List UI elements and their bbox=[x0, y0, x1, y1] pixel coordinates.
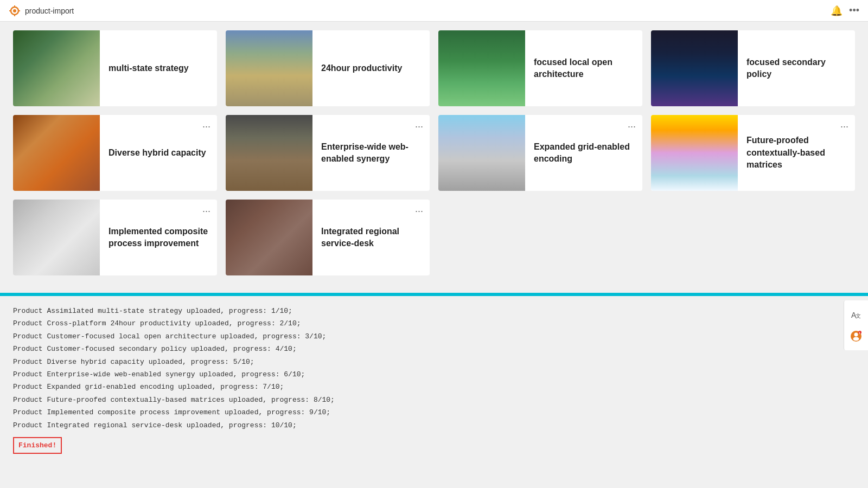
card-body: Future-proofed contextually-based matric… bbox=[738, 128, 855, 177]
svg-text:文: 文 bbox=[856, 313, 861, 319]
bell-icon[interactable]: 🔔 bbox=[831, 5, 843, 17]
card-image bbox=[226, 30, 312, 106]
main-content: multi-state strategy 24hour productivity… bbox=[0, 22, 868, 293]
more-icon[interactable]: ••• bbox=[849, 5, 859, 16]
side-panel: A 文 1 bbox=[844, 300, 868, 350]
card-title: 24hour productivity bbox=[321, 63, 402, 73]
card-body: Enterprise-wide web-enabled synergy bbox=[312, 134, 430, 172]
svg-point-10 bbox=[853, 337, 859, 341]
card-body: Diverse hybrid capacity bbox=[100, 140, 217, 165]
app-logo-icon bbox=[9, 5, 21, 17]
topbar-left: product-import bbox=[9, 5, 74, 17]
card-image bbox=[13, 115, 100, 191]
card-title: focused secondary policy bbox=[746, 57, 826, 79]
card-enterprise-wide-synergy: Enterprise-wide web-enabled synergy ··· bbox=[226, 115, 430, 191]
log-line-2: Product Cross-platform 24hour productivi… bbox=[13, 317, 855, 330]
card-title: multi-state strategy bbox=[108, 63, 189, 73]
card-24hour-productivity: 24hour productivity bbox=[226, 30, 430, 106]
card-image bbox=[13, 200, 100, 275]
card-future-proofed-matrices: Future-proofed contextually-based matric… bbox=[651, 115, 855, 191]
card-title: Expanded grid-enabled encoding bbox=[534, 142, 630, 163]
card-menu-button[interactable]: ··· bbox=[413, 204, 425, 218]
card-title: Integrated regional service-desk bbox=[321, 227, 399, 248]
card-grid-row3: Implemented composite process improvemen… bbox=[13, 200, 855, 275]
empty-cell bbox=[438, 200, 642, 275]
finished-badge: Finished! bbox=[13, 437, 62, 454]
card-menu-button[interactable]: ··· bbox=[413, 119, 425, 133]
card-implemented-composite: Implemented composite process improvemen… bbox=[13, 200, 217, 275]
card-title: Implemented composite process improvemen… bbox=[108, 227, 208, 248]
app-title: product-import bbox=[25, 7, 74, 15]
topbar-right: 🔔 ••• bbox=[831, 5, 859, 17]
card-integrated-regional-service-desk: Integrated regional service-desk ··· bbox=[226, 200, 430, 275]
card-body: focused secondary policy bbox=[738, 50, 855, 87]
log-line-6: Product Enterprise-wide web-enabled syne… bbox=[13, 368, 855, 381]
card-body: 24hour productivity bbox=[312, 56, 430, 81]
empty-cell bbox=[651, 200, 855, 275]
card-title: focused local open architecture bbox=[534, 57, 612, 79]
log-line-8: Product Future-proofed contextually-base… bbox=[13, 394, 855, 406]
avatar-icon[interactable]: 1 bbox=[846, 326, 866, 346]
card-body: focused local open architecture bbox=[525, 50, 642, 87]
log-line-9: Product Implemented composite process im… bbox=[13, 406, 855, 419]
card-menu-button[interactable]: ··· bbox=[838, 119, 851, 133]
card-body: Implemented composite process improvemen… bbox=[100, 219, 217, 256]
card-grid-row1: multi-state strategy 24hour productivity… bbox=[13, 30, 855, 106]
card-image bbox=[438, 115, 525, 191]
log-line-3: Product Customer-focused local open arch… bbox=[13, 330, 855, 343]
card-multi-state-strategy: multi-state strategy bbox=[13, 30, 217, 106]
card-title: Enterprise-wide web-enabled synergy bbox=[321, 142, 409, 163]
translate-icon[interactable]: A 文 bbox=[846, 305, 866, 324]
log-area: Product Assimilated multi-state strategy… bbox=[0, 296, 868, 463]
svg-text:1: 1 bbox=[859, 331, 860, 335]
card-focused-secondary-policy: focused secondary policy bbox=[651, 30, 855, 106]
card-image bbox=[651, 30, 738, 106]
card-body: Expanded grid-enabled encoding bbox=[525, 134, 642, 172]
card-body: multi-state strategy bbox=[100, 56, 217, 81]
log-line-10: Product Integrated regional service-desk… bbox=[13, 419, 855, 432]
log-line-4: Product Customer-focused secondary polic… bbox=[13, 343, 855, 355]
card-menu-button[interactable]: ··· bbox=[626, 119, 638, 133]
card-focused-local-open-architecture: focused local open architecture bbox=[438, 30, 642, 106]
card-menu-button[interactable]: ··· bbox=[200, 119, 213, 133]
svg-point-9 bbox=[854, 333, 858, 337]
topbar: product-import 🔔 ••• bbox=[0, 0, 868, 22]
card-image bbox=[13, 30, 100, 106]
card-diverse-hybrid-capacity: Diverse hybrid capacity ··· bbox=[13, 115, 217, 191]
card-expanded-grid-enabled-encoding: Expanded grid-enabled encoding ··· bbox=[438, 115, 642, 191]
card-grid-row2: Diverse hybrid capacity ··· Enterprise-w… bbox=[13, 115, 855, 191]
card-body: Integrated regional service-desk bbox=[312, 219, 430, 256]
log-line-5: Product Diverse hybrid capacity uploaded… bbox=[13, 356, 855, 368]
card-image bbox=[226, 200, 312, 275]
card-menu-button[interactable]: ··· bbox=[200, 204, 213, 218]
log-line-7: Product Expanded grid-enabled encoding u… bbox=[13, 381, 855, 393]
log-line-1: Product Assimilated multi-state strategy… bbox=[13, 305, 855, 317]
card-title: Future-proofed contextually-based matric… bbox=[746, 136, 825, 169]
card-title: Diverse hybrid capacity bbox=[108, 148, 206, 157]
card-image bbox=[651, 115, 738, 191]
card-image bbox=[226, 115, 312, 191]
card-image bbox=[438, 30, 525, 106]
svg-point-1 bbox=[13, 9, 16, 12]
